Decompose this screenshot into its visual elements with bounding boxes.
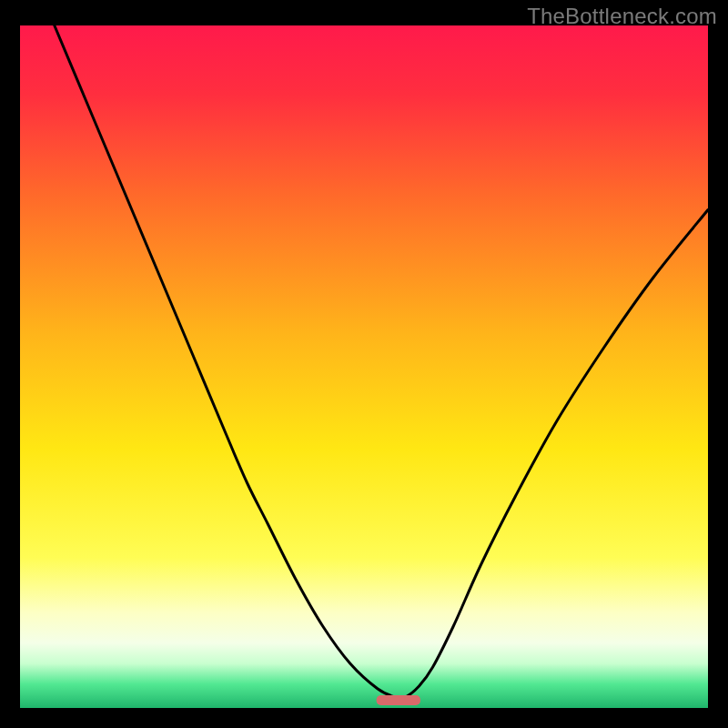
watermark-label: TheBottleneck.com xyxy=(527,4,717,29)
plot-outer xyxy=(20,25,708,708)
chart-background xyxy=(20,25,708,708)
chart-svg xyxy=(20,25,708,708)
chart-frame: TheBottleneck.com xyxy=(0,0,728,728)
optimal-marker xyxy=(377,695,420,705)
